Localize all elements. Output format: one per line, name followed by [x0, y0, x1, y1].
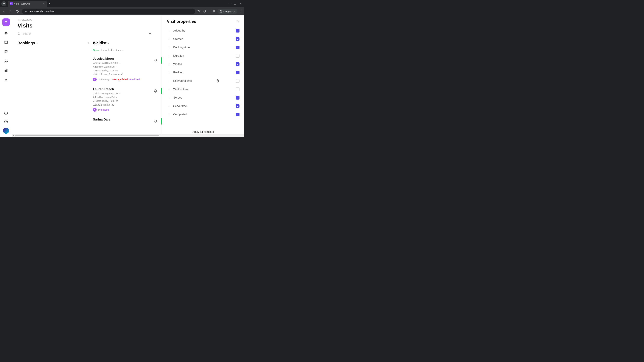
property-checkbox[interactable]: [236, 113, 240, 116]
panel-title: Visit properties: [167, 19, 196, 24]
drag-handle-icon[interactable]: ⋮⋮: [167, 54, 171, 57]
back-button[interactable]: [2, 9, 6, 14]
property-label: Serve time: [173, 104, 234, 108]
chrome-menu-button[interactable]: ⋮: [240, 10, 242, 13]
customer-card[interactable]: Jessica Moon Waitlist · (484) 569-1899 ·…: [93, 54, 168, 85]
time-ago: ⚠ 43m ago: [98, 78, 110, 81]
property-checkbox[interactable]: [236, 96, 240, 99]
customer-meta: Added by Lauren Deli ·: [93, 95, 152, 99]
search-input[interactable]: [22, 32, 63, 35]
lightning-icon[interactable]: [4, 111, 8, 116]
user-avatar[interactable]: [3, 128, 9, 134]
drag-handle-icon[interactable]: ⋮⋮: [167, 71, 171, 74]
analytics-icon[interactable]: [4, 68, 8, 73]
property-row: ⋮⋮ Position: [167, 68, 240, 77]
nav-bar: new.waitwhile.com/visits | Incognito (2)…: [0, 7, 244, 15]
new-tab-button[interactable]: +: [46, 2, 52, 5]
customer-meta: Waitlist · (484) 569-1899 ·: [93, 61, 152, 65]
prioritized-label: Prioritized: [130, 78, 140, 81]
incognito-label: Incognito (2): [224, 10, 236, 13]
svg-rect-3: [212, 10, 214, 12]
property-checkbox[interactable]: [236, 62, 240, 66]
customer-meta: Created Today, 3:15 PM ·: [93, 69, 152, 72]
tab-search-button[interactable]: [1, 1, 6, 6]
scrollbar-thumb[interactable]: [15, 135, 159, 136]
waitlist-column: Waitlist › + Open · 1m wait · 4 customer…: [93, 40, 168, 129]
waitlist-title[interactable]: Waitlist: [93, 41, 106, 45]
notify-button[interactable]: [152, 118, 159, 124]
customers-icon[interactable]: [4, 59, 8, 63]
apply-all-users-button[interactable]: Apply for all users: [166, 130, 241, 133]
bookings-title[interactable]: Bookings: [18, 41, 35, 45]
browser-tab[interactable]: W Visits | Waitwhile ✕: [8, 1, 46, 7]
prioritized-label: Prioritized: [98, 108, 109, 111]
panel-close-button[interactable]: ✕: [237, 19, 240, 23]
help-icon[interactable]: [4, 119, 8, 124]
notify-button[interactable]: [152, 57, 159, 63]
customer-meta: Added by Lauren Deli ·: [93, 65, 152, 68]
messages-icon[interactable]: [4, 49, 8, 54]
drag-handle-icon[interactable]: ⋮⋮: [167, 29, 171, 32]
svg-point-19: [18, 33, 20, 35]
drag-handle-icon[interactable]: ⋮⋮: [167, 105, 171, 107]
address-bar[interactable]: new.waitwhile.com/visits: [22, 8, 195, 14]
drag-handle-icon[interactable]: ⋮⋮: [167, 63, 171, 65]
property-checkbox[interactable]: [236, 37, 240, 41]
svg-rect-5: [5, 41, 8, 44]
customer-card[interactable]: Lauren Reech Waitlist · (484) 569-1184 ·…: [93, 85, 168, 115]
sidepanel-button[interactable]: [212, 9, 215, 13]
minimize-button[interactable]: ―: [228, 2, 231, 5]
incognito-indicator[interactable]: Incognito (2): [217, 9, 238, 14]
notify-button[interactable]: [152, 88, 159, 94]
drag-handle-icon[interactable]: ⋮⋮: [167, 113, 171, 116]
svg-point-12: [5, 60, 6, 61]
property-label: Completed: [173, 113, 234, 116]
scroll-left-arrow[interactable]: ◄: [12, 135, 14, 137]
property-label: Served: [173, 96, 234, 99]
property-checkbox[interactable]: [236, 54, 240, 58]
property-row: ⋮⋮ Added by: [167, 26, 240, 35]
horizontal-scrollbar[interactable]: ◄: [12, 134, 244, 137]
search-box[interactable]: [18, 32, 146, 35]
property-checkbox[interactable]: [236, 29, 240, 32]
svg-rect-0: [25, 11, 27, 11]
svg-rect-13: [5, 70, 6, 71]
drag-handle-icon[interactable]: ⋮⋮: [167, 96, 171, 99]
customer-meta: Waitlist · (484) 569-1184 ·: [93, 92, 152, 95]
svg-point-10: [6, 51, 6, 51]
bookings-column: Bookings › +: [18, 40, 93, 129]
property-checkbox[interactable]: [236, 87, 240, 91]
property-row: ⋮⋮ Duration: [167, 52, 240, 60]
tab-close-button[interactable]: ✕: [43, 2, 45, 5]
drag-handle-icon[interactable]: ⋮⋮: [167, 88, 171, 91]
chevron-right-icon: ›: [108, 41, 109, 45]
maximize-button[interactable]: ❐: [234, 2, 236, 5]
message-failed-label: Message failed: [112, 78, 128, 81]
forward-button[interactable]: [8, 9, 13, 14]
url-text: new.waitwhile.com/visits: [29, 10, 54, 13]
property-row: ⋮⋮ Estimated wait: [167, 77, 240, 85]
add-booking-button[interactable]: +: [87, 40, 90, 46]
drag-handle-icon[interactable]: ⋮⋮: [167, 38, 171, 40]
settings-icon[interactable]: [4, 77, 8, 82]
home-icon[interactable]: [4, 30, 8, 35]
property-checkbox[interactable]: [236, 45, 240, 49]
drag-handle-icon[interactable]: ⋮⋮: [167, 46, 171, 49]
workspace-badge[interactable]: M: [2, 18, 10, 26]
close-window-button[interactable]: ✕: [239, 2, 241, 5]
customer-name: Sarina Dale: [93, 118, 152, 121]
drag-handle-icon[interactable]: ⋮⋮: [167, 80, 171, 82]
reload-button[interactable]: [15, 9, 20, 14]
svg-point-11: [6, 51, 7, 51]
extensions-button[interactable]: [203, 9, 206, 13]
property-checkbox[interactable]: [236, 71, 240, 74]
site-settings-icon[interactable]: [24, 10, 27, 13]
filter-button[interactable]: [148, 32, 152, 36]
customer-card[interactable]: Sarina Dale: [93, 115, 168, 129]
customer-name: Lauren Reech: [93, 87, 152, 91]
bookmark-button[interactable]: [197, 9, 200, 13]
tab-title: Visits | Waitwhile: [14, 2, 30, 5]
property-checkbox[interactable]: [236, 79, 240, 83]
calendar-icon[interactable]: [4, 40, 8, 44]
property-checkbox[interactable]: [236, 104, 240, 108]
